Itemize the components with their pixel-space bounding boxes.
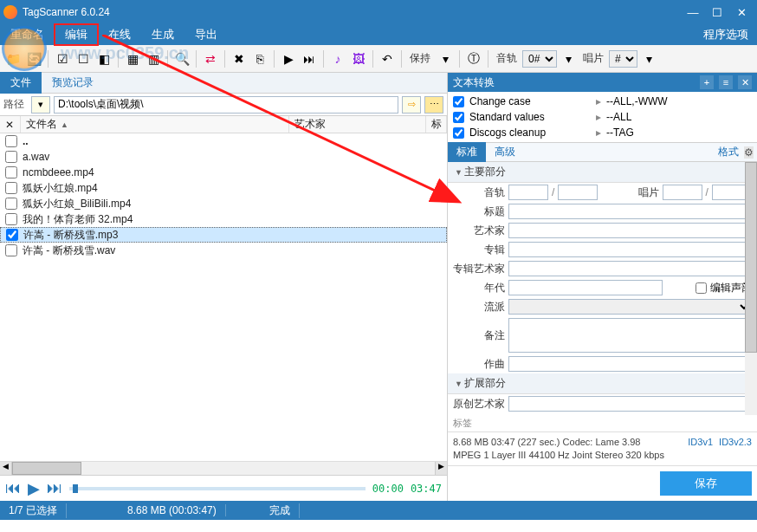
path-input[interactable] — [54, 96, 398, 114]
menu-rename[interactable]: 重命名 — [0, 24, 55, 45]
section-main[interactable]: 主要部分 — [448, 162, 757, 183]
v-scroll-thumb[interactable] — [745, 162, 757, 353]
cover-icon[interactable]: 🖼 — [349, 49, 368, 68]
transform-row[interactable]: Discogs cleanup▸--TAG — [453, 125, 752, 140]
search-icon[interactable]: 🔍 — [172, 49, 191, 68]
scroll-right-icon[interactable]: ▶ — [435, 462, 447, 475]
file-row[interactable]: 我的！体育老师 32.mp4 — [0, 211, 447, 227]
play-button[interactable]: ▶ — [28, 479, 40, 498]
menu-generate[interactable]: 生成 — [141, 24, 184, 45]
disc-apply-icon[interactable]: ▾ — [639, 49, 658, 68]
checkbox-compilation[interactable] — [696, 282, 707, 294]
file-row[interactable]: 许嵩 - 断桥残雪.wav — [0, 243, 447, 258]
input-year[interactable] — [508, 280, 663, 295]
input-album[interactable] — [508, 242, 752, 257]
menu-edit[interactable]: 编辑 — [55, 24, 98, 45]
track-format-select[interactable]: 0# — [522, 50, 557, 68]
select-none-icon[interactable]: ☐ — [74, 49, 93, 68]
input-albumartist[interactable] — [508, 261, 752, 276]
panel-add-icon[interactable]: + — [700, 75, 714, 89]
browse-button[interactable]: ⋯ — [424, 96, 443, 114]
v-scrollbar[interactable] — [745, 162, 757, 415]
prev-button[interactable]: ⏮ — [5, 479, 21, 497]
h-scrollbar[interactable]: ◀▶ — [0, 461, 447, 475]
select-genre[interactable] — [508, 299, 752, 315]
transform-checkbox[interactable] — [453, 96, 464, 107]
maximize-button[interactable]: ☐ — [705, 3, 729, 21]
clear-tags-icon[interactable]: ✖ — [230, 49, 249, 68]
tagver-id3v1[interactable]: ID3v1 — [688, 437, 713, 447]
transform-row[interactable]: Standard values▸--ALL — [453, 109, 752, 125]
menu-options[interactable]: 程序选项 — [695, 24, 757, 45]
file-row[interactable]: 许嵩 - 断桥残雪.mp3 — [0, 227, 447, 243]
section-ext[interactable]: 扩展部分 — [448, 373, 757, 394]
copy-tags-icon[interactable]: ⎘ — [250, 49, 269, 68]
refresh-icon[interactable]: 🔄 — [24, 49, 43, 68]
tab-format[interactable]: 格式 — [718, 145, 744, 159]
input-artist[interactable] — [508, 223, 752, 238]
keep-dropdown-icon[interactable]: ▾ — [436, 49, 455, 68]
seek-bar[interactable] — [69, 487, 366, 490]
filelist[interactable]: ..a.wavncmbdeee.mp4狐妖小红娘.mp4狐妖小红娘_BiliBi… — [0, 133, 447, 461]
input-comment[interactable] — [508, 318, 752, 353]
track-apply-icon[interactable]: ▾ — [559, 49, 578, 68]
undo-icon[interactable]: ↶ — [378, 49, 397, 68]
file-row[interactable]: 狐妖小红娘.mp4 — [0, 180, 447, 196]
col-filename[interactable]: 文件名▲ — [21, 116, 289, 133]
minimize-button[interactable]: — — [681, 3, 705, 21]
tab-preview[interactable]: 预览记录 — [42, 72, 104, 94]
close-button[interactable]: ✕ — [729, 3, 754, 21]
file-checkbox[interactable] — [5, 135, 17, 147]
file-checkbox[interactable] — [5, 166, 17, 178]
menu-online[interactable]: 在线 — [98, 24, 141, 45]
open-folder-icon[interactable]: 📁 — [3, 49, 23, 68]
disc-format-select[interactable]: # — [609, 50, 637, 68]
file-checkbox[interactable] — [5, 213, 17, 225]
file-checkbox[interactable] — [5, 198, 17, 210]
panel-close-icon[interactable]: ✕ — [738, 75, 752, 89]
swap-icon[interactable]: ⇄ — [201, 49, 220, 68]
menu-export[interactable]: 导出 — [184, 24, 228, 45]
file-row[interactable]: a.wav — [0, 149, 447, 165]
transform-row[interactable]: Change case▸--ALL,-WWW — [453, 94, 752, 109]
input-composer[interactable] — [508, 356, 752, 372]
file-checkbox[interactable] — [5, 182, 17, 194]
file-checkbox[interactable] — [6, 229, 18, 241]
next-button[interactable]: ⏭ — [47, 479, 62, 497]
input-track-num[interactable] — [508, 185, 548, 200]
seek-thumb[interactable] — [73, 484, 78, 493]
tab-advanced[interactable]: 高级 — [486, 142, 524, 162]
transform-checkbox[interactable] — [453, 112, 464, 123]
text-transform-icon[interactable]: Ⓣ — [464, 49, 483, 68]
path-history-icon[interactable]: ▾ — [31, 96, 50, 114]
save-button[interactable]: 保存 — [660, 471, 752, 496]
input-origartist[interactable] — [508, 396, 752, 412]
h-scroll-thumb[interactable] — [12, 462, 81, 475]
go-button[interactable]: ⇨ — [402, 96, 421, 114]
tag-settings-icon[interactable]: ⚙ — [744, 146, 754, 159]
input-track-total[interactable] — [558, 185, 598, 200]
panel-menu-icon[interactable]: ≡ — [719, 75, 733, 89]
select-all-icon[interactable]: ☑ — [53, 49, 72, 68]
lyrics-icon[interactable]: ♪ — [328, 49, 347, 68]
columns-icon[interactable]: ▥ — [144, 49, 163, 68]
file-checkbox[interactable] — [5, 151, 17, 163]
input-disc-num[interactable] — [663, 185, 702, 200]
file-row[interactable]: 狐妖小红娘_BiliBili.mp4 — [0, 196, 447, 211]
scroll-left-icon[interactable]: ◀ — [0, 462, 12, 475]
input-title[interactable] — [508, 204, 752, 219]
file-checkbox[interactable] — [5, 244, 17, 256]
col-mark[interactable]: 标 — [426, 116, 447, 133]
col-artist[interactable]: 艺术家 — [289, 116, 426, 133]
tab-files[interactable]: 文件 — [0, 72, 42, 94]
filter-icon[interactable]: ▦ — [123, 49, 142, 68]
invert-selection-icon[interactable]: ◧ — [94, 49, 113, 68]
tagver-id3v23[interactable]: ID3v2.3 — [719, 437, 752, 447]
tab-standard[interactable]: 标准 — [448, 142, 486, 162]
file-row[interactable]: .. — [0, 133, 447, 149]
transform-checkbox[interactable] — [453, 127, 464, 139]
play-icon[interactable]: ▶ — [279, 49, 298, 68]
col-shuffle[interactable]: ✕ — [0, 116, 21, 133]
file-row[interactable]: ncmbdeee.mp4 — [0, 165, 447, 180]
queue-icon[interactable]: ⏭ — [300, 49, 319, 68]
